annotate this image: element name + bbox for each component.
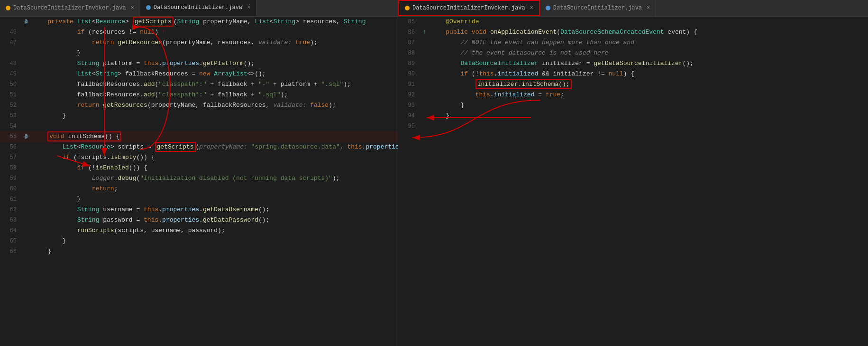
right-line-num-94: 94 bbox=[398, 111, 420, 121]
right-gutter-94 bbox=[420, 111, 429, 121]
line-content-52: return getResources(propertyName, fallba… bbox=[31, 100, 398, 111]
right-gutter-89 bbox=[420, 58, 429, 69]
line-num-49: 49 bbox=[0, 69, 21, 79]
line-content-brace1: } bbox=[31, 48, 398, 58]
code-line-56: 56 List<Resource> scripts = getScripts(p… bbox=[0, 142, 398, 152]
code-line-60: 60 return; bbox=[0, 184, 398, 194]
right-line-content-89: DataSourceInitializer initializer = getD… bbox=[429, 58, 868, 69]
code-line-49: 49 List<String> fallbackResources = new … bbox=[0, 69, 398, 79]
right-line-content-86: public void onApplicationEvent(DataSourc… bbox=[429, 27, 868, 37]
gutter-53 bbox=[21, 111, 31, 121]
gutter-54 bbox=[21, 121, 31, 131]
line-num-56: 56 bbox=[0, 142, 21, 152]
right-line-num-87: 87 bbox=[398, 37, 420, 48]
tab-close-initializer-left[interactable]: × bbox=[247, 4, 250, 11]
gutter-47 bbox=[21, 37, 31, 48]
right-line-num-95: 95 bbox=[398, 121, 420, 131]
right-gutter-92 bbox=[420, 90, 429, 100]
gutter-61 bbox=[21, 194, 31, 205]
line-content-47: return getResources(propertyName, resour… bbox=[31, 37, 398, 48]
right-gutter-88 bbox=[420, 48, 429, 58]
line-num-59: 59 bbox=[0, 173, 21, 184]
right-line-content-94: } bbox=[429, 111, 868, 121]
gutter-52 bbox=[21, 100, 31, 111]
line-num-54: 54 bbox=[0, 121, 21, 131]
gutter-66 bbox=[21, 246, 31, 257]
gutter-49 bbox=[21, 69, 31, 79]
tab-initializer-left[interactable]: DataSourceInitializer.java × bbox=[140, 0, 256, 16]
gutter-65 bbox=[21, 236, 31, 246]
right-code-line-88: 88 // the event datasource is not used h… bbox=[398, 48, 868, 58]
line-content-64: runScripts(scripts, username, password); bbox=[31, 225, 398, 236]
tab-label-initializer-left: DataSourceInitializer.java bbox=[154, 4, 242, 11]
line-content-62: String username = this.properties.getDat… bbox=[31, 205, 398, 215]
line-content-49: List<String> fallbackResources = new Arr… bbox=[31, 69, 398, 79]
tab-invoker-left[interactable]: DataSourceInitializerInvoker.java × bbox=[0, 0, 140, 16]
code-line-50: 50 fallbackResources.add("classpath*:" +… bbox=[0, 79, 398, 90]
left-code-area: @ private List<Resource> getScripts(Stri… bbox=[0, 17, 398, 346]
line-num-66: 66 bbox=[0, 246, 21, 257]
line-num-52: 52 bbox=[0, 100, 21, 111]
code-line-57: 57 if (!scripts.isEmpty()) { bbox=[0, 152, 398, 163]
tab-label-invoker-left: DataSourceInitializerInvoker.java bbox=[13, 5, 126, 11]
right-code-area: 85 @Override 86 ↑ public void onApplicat… bbox=[398, 17, 868, 346]
code-line-46: 46 if (resources != null) ↑ bbox=[0, 27, 398, 37]
gutter-50 bbox=[21, 79, 31, 90]
right-gutter-87 bbox=[420, 37, 429, 48]
line-num-57: 57 bbox=[0, 152, 21, 163]
right-code-line-91: 91 initializer.initSchema(); bbox=[398, 79, 868, 90]
tab-initializer-right[interactable]: DataSourceInitializer.java × bbox=[540, 0, 656, 16]
right-line-num-91: 91 bbox=[398, 79, 420, 90]
line-num-46: 46 bbox=[0, 27, 21, 37]
right-line-content-91: initializer.initSchema(); bbox=[429, 79, 868, 90]
right-line-num-90: 90 bbox=[398, 69, 420, 79]
right-line-content-93: } bbox=[429, 100, 868, 111]
code-line-55: 55 @ void initSchema() { bbox=[0, 131, 398, 142]
right-gutter-91 bbox=[420, 79, 429, 90]
right-line-content-88: // the event datasource is not used here bbox=[429, 48, 868, 58]
tab-close-invoker-right[interactable]: × bbox=[530, 5, 533, 11]
tab-close-invoker-left[interactable]: × bbox=[131, 5, 134, 11]
gutter-57 bbox=[21, 152, 31, 163]
left-tab-bar: DataSourceInitializerInvoker.java × Data… bbox=[0, 0, 398, 17]
right-line-content-95 bbox=[429, 121, 868, 131]
right-code-line-93: 93 } bbox=[398, 100, 868, 111]
line-content-63: String password = this.properties.getDat… bbox=[31, 215, 398, 225]
tab-close-initializer-right[interactable]: × bbox=[647, 5, 650, 11]
line-num-61: 61 bbox=[0, 194, 21, 205]
right-code-line-85: 85 @Override bbox=[398, 17, 868, 27]
code-line-brace1: } bbox=[0, 48, 398, 58]
code-line-45: @ private List<Resource> getScripts(Stri… bbox=[0, 17, 398, 27]
line-num-50: 50 bbox=[0, 79, 21, 90]
line-content-57: if (!scripts.isEmpty()) { bbox=[31, 152, 398, 163]
line-content-65: } bbox=[31, 236, 398, 246]
line-content-48: String platform = this.properties.getPla… bbox=[31, 58, 398, 69]
right-line-num-93: 93 bbox=[398, 100, 420, 111]
right-tab-bar: DataSourceInitializerInvoker.java × Data… bbox=[398, 0, 868, 17]
line-num-63: 63 bbox=[0, 215, 21, 225]
code-line-51: 51 fallbackResources.add("classpath*:" +… bbox=[0, 90, 398, 100]
tab-invoker-right[interactable]: DataSourceInitializerInvoker.java × bbox=[398, 0, 540, 16]
right-line-content-92: this.initialized = true; bbox=[429, 90, 868, 100]
code-line-58: 58 if (!isEnabled()) { bbox=[0, 163, 398, 173]
line-num-65: 65 bbox=[0, 236, 21, 246]
gutter-brace1 bbox=[21, 48, 31, 58]
line-content-58: if (!isEnabled()) { bbox=[31, 163, 398, 173]
line-content-53: } bbox=[31, 111, 398, 121]
tab-label-initializer-right: DataSourceInitializer.java bbox=[553, 5, 642, 11]
code-line-59: 59 Logger.debug("Initialization disabled… bbox=[0, 173, 398, 184]
code-line-48: 48 String platform = this.properties.get… bbox=[0, 58, 398, 69]
code-line-64: 64 runScripts(scripts, username, passwor… bbox=[0, 225, 398, 236]
gutter-58 bbox=[21, 163, 31, 173]
code-line-66: 66 } bbox=[0, 246, 398, 257]
gutter-63 bbox=[21, 215, 31, 225]
line-content-61: } bbox=[31, 194, 398, 205]
line-content-56: List<Resource> scripts = getScripts(prop… bbox=[31, 142, 398, 152]
code-line-47: 47 return getResources(propertyName, res… bbox=[0, 37, 398, 48]
line-num-45 bbox=[0, 17, 21, 27]
right-code-line-95: 95 bbox=[398, 121, 868, 131]
gutter-55: @ bbox=[21, 131, 31, 142]
code-line-61: 61 } bbox=[0, 194, 398, 205]
right-code-line-94: 94 } bbox=[398, 111, 868, 121]
code-line-65: 65 } bbox=[0, 236, 398, 246]
